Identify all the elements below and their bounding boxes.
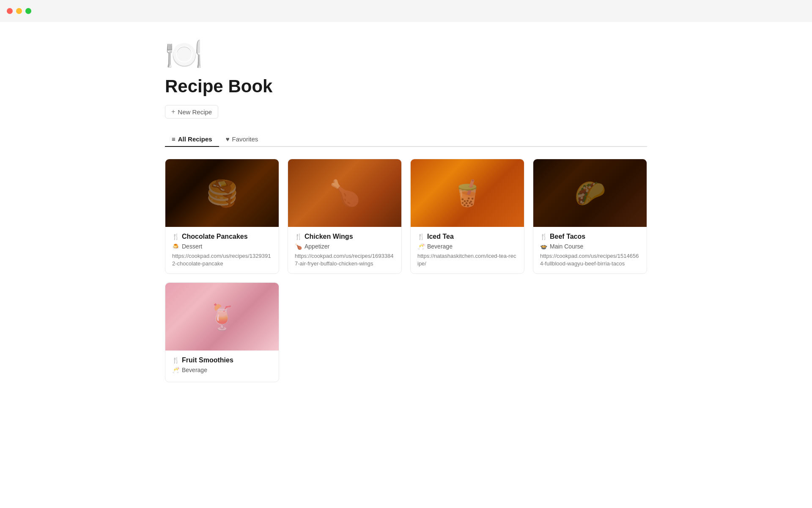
recipe-category-text: Beverage (427, 243, 453, 250)
recipe-name-text: Chocolate Pancakes (182, 233, 248, 240)
tab-all-recipes[interactable]: ≡ All Recipes (165, 132, 219, 147)
recipe-category-text: Beverage (182, 367, 207, 373)
all-recipes-icon: ≡ (172, 135, 176, 143)
recipe-card-chicken-wings[interactable]: 🍗 🍴 Chicken Wings 🍗 Appetizer https://co… (288, 159, 402, 274)
recipe-image-chocolate-pancakes: 🥞 (165, 159, 279, 227)
recipe-url-chocolate-pancakes[interactable]: https://cookpad.com/us/recipes/13293912-… (172, 252, 272, 268)
page-title: Recipe Book (165, 76, 647, 97)
minimize-button[interactable] (16, 8, 22, 14)
recipe-category-icon: 🥂 (417, 243, 425, 250)
recipe-category-icon: 🍗 (295, 243, 302, 250)
recipe-name-icon: 🍴 (172, 233, 179, 240)
recipe-card-body-beef-tacos: 🍴 Beef Tacos 🍲 Main Course https://cookp… (533, 227, 647, 273)
recipe-category-beef-tacos: 🍲 Main Course (540, 243, 640, 250)
recipe-url-iced-tea[interactable]: https://natashaskitchen.com/iced-tea-rec… (417, 252, 517, 268)
recipe-image-beef-tacos: 🌮 (533, 159, 647, 227)
recipe-name-text: Fruit Smoothies (182, 356, 233, 364)
recipe-url-chicken-wings[interactable]: https://cookpad.com/us/recipes/16933847-… (295, 252, 395, 268)
recipe-image-emoji-beef-tacos: 🌮 (533, 159, 647, 227)
recipe-name-icon: 🍴 (295, 233, 302, 240)
recipe-category-text: Main Course (550, 243, 583, 250)
recipe-name-icon: 🍴 (417, 233, 425, 240)
recipe-url-beef-tacos[interactable]: https://cookpad.com/us/recipes/15146564-… (540, 252, 640, 268)
recipe-card-beef-tacos[interactable]: 🌮 🍴 Beef Tacos 🍲 Main Course https://coo… (533, 159, 647, 274)
recipe-card-iced-tea[interactable]: 🧋 🍴 Iced Tea 🥂 Beverage https://natashas… (410, 159, 524, 274)
recipe-grid: 🥞 🍴 Chocolate Pancakes 🍮 Dessert https:/… (165, 159, 647, 382)
close-button[interactable] (7, 8, 13, 14)
maximize-button[interactable] (25, 8, 31, 14)
recipe-name-iced-tea: 🍴 Iced Tea (417, 233, 517, 240)
all-recipes-label: All Recipes (178, 135, 212, 143)
recipe-image-emoji-iced-tea: 🧋 (411, 159, 524, 227)
recipe-image-emoji-chicken-wings: 🍗 (288, 159, 401, 227)
recipe-category-chicken-wings: 🍗 Appetizer (295, 243, 395, 250)
new-recipe-label: New Recipe (178, 108, 212, 116)
recipe-name-beef-tacos: 🍴 Beef Tacos (540, 233, 640, 240)
recipe-card-body-chocolate-pancakes: 🍴 Chocolate Pancakes 🍮 Dessert https://c… (165, 227, 279, 273)
recipe-name-fruit-smoothies: 🍴 Fruit Smoothies (172, 356, 272, 364)
recipe-name-text: Beef Tacos (550, 233, 585, 240)
recipe-category-chocolate-pancakes: 🍮 Dessert (172, 243, 272, 250)
recipe-category-iced-tea: 🥂 Beverage (417, 243, 517, 250)
recipe-category-text: Dessert (182, 243, 202, 250)
plus-icon: + (171, 108, 175, 116)
recipe-category-text: Appetizer (304, 243, 329, 250)
recipe-name-icon: 🍴 (172, 357, 179, 364)
recipe-card-body-iced-tea: 🍴 Iced Tea 🥂 Beverage https://natashaski… (411, 227, 524, 273)
main-content: 🍽️ Recipe Book + New Recipe ≡ All Recipe… (131, 22, 681, 399)
recipe-card-chocolate-pancakes[interactable]: 🥞 🍴 Chocolate Pancakes 🍮 Dessert https:/… (165, 159, 279, 274)
recipe-name-icon: 🍴 (540, 233, 547, 240)
recipe-category-icon: 🍮 (172, 243, 179, 250)
recipe-name-chocolate-pancakes: 🍴 Chocolate Pancakes (172, 233, 272, 240)
tab-favorites[interactable]: ♥ Favorites (219, 132, 265, 147)
recipe-category-icon: 🥂 (172, 367, 179, 373)
recipe-category-icon: 🍲 (540, 243, 547, 250)
recipe-category-fruit-smoothies: 🥂 Beverage (172, 367, 272, 373)
recipe-card-body-chicken-wings: 🍴 Chicken Wings 🍗 Appetizer https://cook… (288, 227, 401, 273)
recipe-image-emoji-fruit-smoothies: 🍹 (165, 283, 279, 351)
favorites-label: Favorites (232, 135, 258, 143)
titlebar (0, 0, 812, 22)
recipe-card-body-fruit-smoothies: 🍴 Fruit Smoothies 🥂 Beverage (165, 351, 279, 382)
favorites-icon: ♥ (226, 135, 230, 143)
tabs-container: ≡ All Recipes ♥ Favorites (165, 132, 647, 147)
recipe-image-iced-tea: 🧋 (411, 159, 524, 227)
recipe-name-chicken-wings: 🍴 Chicken Wings (295, 233, 395, 240)
new-recipe-button[interactable]: + New Recipe (165, 105, 218, 119)
recipe-image-chicken-wings: 🍗 (288, 159, 401, 227)
page-icon: 🍽️ (165, 39, 647, 69)
recipe-image-emoji-chocolate-pancakes: 🥞 (165, 159, 279, 227)
recipe-image-fruit-smoothies: 🍹 (165, 283, 279, 351)
recipe-card-fruit-smoothies[interactable]: 🍹 🍴 Fruit Smoothies 🥂 Beverage (165, 282, 279, 382)
recipe-name-text: Chicken Wings (304, 233, 353, 240)
recipe-name-text: Iced Tea (427, 233, 454, 240)
